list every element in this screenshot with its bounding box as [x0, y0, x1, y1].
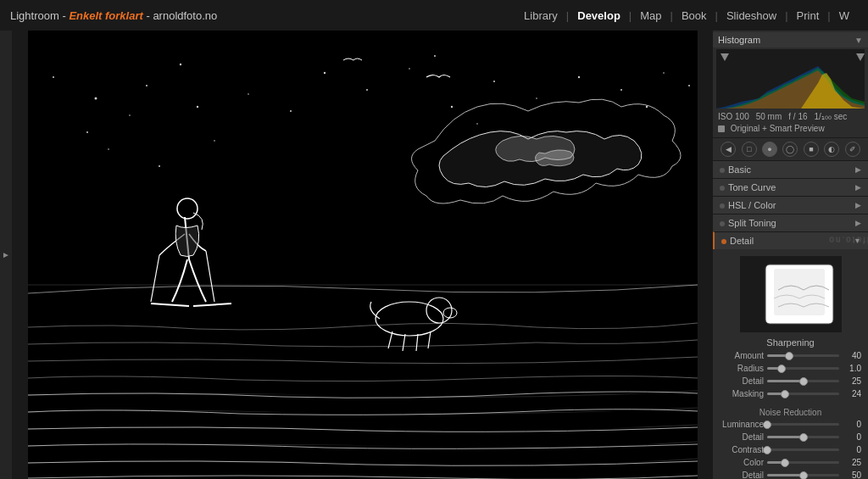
redeye-icon[interactable]: ◯ [782, 142, 798, 157]
noise-detail-slider[interactable] [767, 436, 839, 438]
luminance-value: 0 [843, 420, 861, 429]
nav-w[interactable]: W [831, 9, 858, 22]
hsl-expand-icon: ▶ [855, 201, 861, 209]
radial-filter-icon[interactable]: ◐ [824, 142, 839, 157]
masking-label: Masking [720, 389, 764, 398]
left-arrow-icon: ► [2, 250, 10, 259]
detail-slider-row: Detail 25 [716, 375, 865, 387]
svg-point-9 [409, 68, 410, 70]
amount-slider-row: Amount 40 [716, 349, 865, 362]
masking-slider[interactable] [767, 393, 839, 395]
nav-develop[interactable]: Develop [569, 9, 629, 22]
top-nav: Library | Develop | Map | Book | Slidesh… [515, 9, 858, 22]
noise-contrast-slider[interactable] [767, 448, 839, 451]
amount-value: 40 [843, 351, 861, 360]
radius-value: 1.0 [843, 364, 861, 373]
noise-contrast-value: 0 [843, 445, 861, 454]
basic-section-header[interactable]: Basic ▶ [713, 160, 868, 178]
noise-detail-slider-row: Detail 0 [716, 431, 865, 443]
svg-point-23 [159, 165, 160, 167]
luminance-slider[interactable] [767, 423, 839, 426]
svg-point-15 [663, 72, 665, 74]
sharpening-label: Sharpening [716, 336, 865, 349]
noise-reduction-title: Noise Reduction [716, 405, 865, 418]
noise-contrast-slider-row: Contrast 0 [716, 443, 865, 456]
left-panel-toggle[interactable]: ► [0, 31, 12, 479]
watermark: arnoldfoto.no [827, 235, 868, 244]
svg-point-26 [476, 123, 478, 125]
svg-rect-47 [774, 269, 825, 315]
color-label: Color [720, 458, 764, 467]
develop-presets-icon[interactable]: ◀ [721, 142, 736, 157]
graduated-filter-icon[interactable]: ■ [804, 142, 819, 157]
noise-detail-label: Detail [720, 432, 764, 442]
spot-removal-icon[interactable]: ● [762, 142, 777, 157]
top-bar: Lightroom - Enkelt forklart - arnoldfoto… [0, 0, 868, 31]
crop-icon[interactable]: □ [742, 142, 757, 157]
svg-point-11 [493, 81, 495, 82]
exif-aperture: f / 16 [788, 112, 807, 121]
main-area: ► [0, 31, 868, 479]
masking-slider-row: Masking 24 [716, 387, 865, 400]
adjustment-brush-icon[interactable]: ✐ [845, 142, 860, 157]
svg-point-19 [179, 63, 181, 64]
color-detail-slider-row: Detail 50 [716, 469, 865, 479]
histogram-header: Histogram ▼ [713, 32, 868, 47]
radius-label: Radius [720, 364, 764, 373]
svg-point-17 [688, 85, 690, 86]
nav-print[interactable]: Print [788, 9, 828, 22]
luminance-slider-row: Luminance 0 [716, 418, 865, 431]
svg-point-18 [53, 76, 54, 78]
color-slider[interactable] [767, 461, 839, 464]
svg-point-21 [290, 110, 292, 112]
split-toning-expand-icon: ▶ [855, 219, 861, 227]
split-toning-section-header[interactable]: Split Toning ▶ [713, 214, 868, 231]
amount-label: Amount [720, 351, 764, 360]
svg-point-6 [129, 114, 131, 116]
right-panel: Histogram ▼ [713, 31, 868, 479]
noise-detail-value: 0 [843, 432, 861, 442]
svg-point-8 [366, 89, 368, 91]
svg-point-13 [577, 75, 579, 77]
color-detail-slider[interactable] [767, 474, 839, 476]
svg-point-16 [645, 105, 647, 107]
svg-point-3 [146, 85, 147, 86]
tool-icons-bar: ◀ □ ● ◯ ■ ◐ ✐ [713, 138, 868, 160]
histogram-graph [716, 49, 865, 109]
histogram-title: Histogram [718, 35, 760, 45]
svg-point-4 [196, 105, 198, 107]
nav-slideshow[interactable]: Slideshow [718, 9, 785, 22]
app-title: Lightroom - Enkelt forklart - arnoldfoto… [10, 9, 217, 22]
hsl-section-header[interactable]: HSL / Color ▶ [713, 196, 868, 214]
preview-label: Original + Smart Preview [713, 123, 868, 136]
photo-canvas [28, 31, 698, 479]
tone-curve-section-header[interactable]: Tone Curve ▶ [713, 178, 868, 196]
svg-point-25 [434, 55, 436, 57]
svg-point-10 [450, 105, 452, 107]
histogram-section: Histogram ▼ [713, 31, 868, 138]
color-value: 25 [843, 458, 861, 467]
color-slider-row: Color 25 [716, 456, 865, 469]
radius-slider[interactable] [767, 367, 839, 370]
svg-point-7 [323, 71, 325, 73]
sharpening-detail-slider[interactable] [767, 380, 839, 382]
nav-book[interactable]: Book [673, 9, 715, 22]
detail-section-content: Sharpening Amount 40 Radius [713, 249, 868, 404]
masking-value: 24 [843, 389, 861, 398]
basic-expand-icon: ▶ [855, 165, 861, 174]
svg-rect-40 [28, 387, 698, 480]
exif-iso: ISO 100 [718, 112, 749, 121]
histogram-expand-icon[interactable]: ▼ [854, 36, 863, 45]
amount-slider[interactable] [767, 354, 839, 357]
histogram-svg [716, 49, 865, 109]
sharpening-detail-label: Detail [720, 376, 764, 386]
svg-point-20 [248, 93, 249, 95]
nav-map[interactable]: Map [632, 9, 670, 22]
color-detail-label: Detail [720, 471, 764, 479]
nav-library[interactable]: Library [515, 9, 566, 22]
tone-curve-expand-icon: ▶ [855, 183, 861, 192]
photo-area [12, 31, 713, 479]
svg-point-14 [620, 89, 622, 91]
exif-info: ISO 100 50 mm f / 16 1/₁₀₀ sec [713, 110, 868, 123]
luminance-label: Luminance [720, 420, 764, 429]
